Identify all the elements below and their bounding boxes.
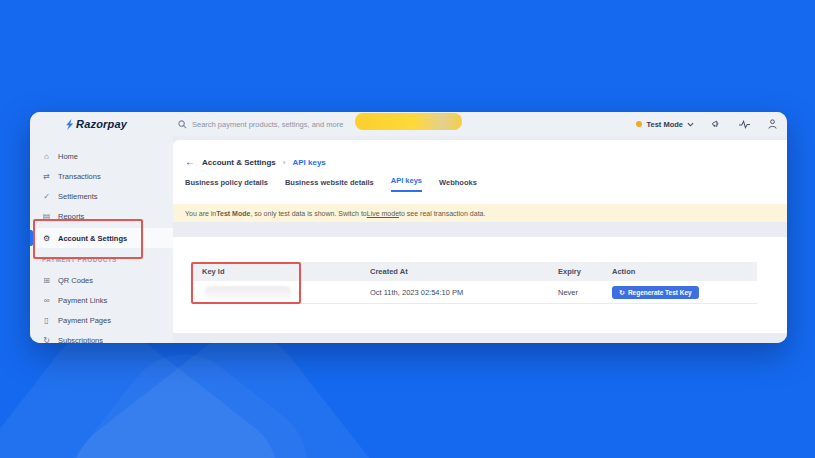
key-id-cell [192,286,360,299]
subscriptions-icon: ↻ [42,336,51,344]
sidebar-nav: ⌂ Home ⇄ Transactions ✓ Settlements ▤ Re… [30,136,173,343]
tab-business-website-details[interactable]: Business website details [285,178,374,192]
sidebar-item-label: Reports [58,212,84,221]
breadcrumb-parent[interactable]: Account & Settings [202,158,276,167]
settlements-icon: ✓ [42,192,51,201]
activity-button[interactable] [738,118,750,130]
test-mode-indicator-dot [636,121,642,127]
sidebar-item-payment-links[interactable]: ∞ Payment Links [30,290,173,310]
table-row: Oct 11th, 2023 02:54:10 PM Never ↻ Regen… [192,281,757,304]
sidebar-section-payment-products: PAYMENT PRODUCTS [30,248,173,270]
tab-api-keys[interactable]: API keys [391,176,422,192]
announcements-button[interactable] [710,118,722,130]
gear-icon: ⚙ [42,234,51,243]
banner-text: You are in [185,210,216,217]
sidebar-item-label: Transactions [58,172,101,181]
pulse-icon [739,120,750,129]
link-icon: ∞ [42,296,51,305]
refresh-icon: ↻ [619,289,625,296]
column-header-expiry: Expiry [548,267,602,276]
table-header-row: Key Id Created At Expiry Action [192,262,757,281]
redacted-key-id [204,286,292,299]
home-icon: ⌂ [42,152,51,161]
expiry-cell: Never [548,288,602,297]
sidebar-item-label: Payment Links [58,296,107,305]
sidebar-item-payment-pages[interactable]: ▯ Payment Pages [30,310,173,330]
sidebar-item-label: Subscriptions [58,336,103,344]
column-header-key-id: Key Id [192,267,360,276]
sidebar-item-label: QR Codes [58,276,93,285]
sidebar-item-label: Settlements [58,192,98,201]
banner-text: , so only test data is shown. Switch to [250,210,366,217]
search-icon [178,120,187,129]
test-mode-banner: You are in Test Mode, so only test data … [173,204,787,222]
search-placeholder-text: Search payment products, settings, and m… [192,120,343,129]
sidebar-item-qr-codes[interactable]: ⊞ QR Codes [30,270,173,290]
regenerate-button-label: Regenerate Test Key [628,289,692,296]
razorpay-logo-text: Razorpay [76,118,127,130]
live-mode-link[interactable]: Live mode [367,210,399,217]
tab-webhooks[interactable]: Webhooks [439,178,477,192]
regenerate-test-key-button[interactable]: ↻ Regenerate Test Key [612,286,699,299]
api-keys-card: Key Id Created At Expiry Action Oct 11th… [173,237,787,333]
top-header-bar: Razorpay Search payment products, settin… [30,112,787,136]
sidebar-item-reports[interactable]: ▤ Reports [30,206,173,226]
sidebar-item-subscriptions[interactable]: ↻ Subscriptions [30,330,173,343]
main-content: ← Account & Settings › API keys Business… [173,136,787,343]
razorpay-logo[interactable]: Razorpay [65,116,127,132]
topbar-right-cluster: Test Mode [636,112,778,136]
sidebar-item-home[interactable]: ⌂ Home [30,146,173,166]
dashboard-window: Razorpay Search payment products, settin… [30,112,787,343]
page-icon: ▯ [42,316,51,325]
test-mode-toggle[interactable]: Test Mode [636,120,694,129]
chevron-down-icon [687,122,694,127]
created-at-cell: Oct 11th, 2023 02:54:10 PM [360,288,548,297]
sidebar-item-label: Payment Pages [58,316,111,325]
settings-tabs: Business policy details Business website… [173,176,787,192]
sidebar-item-label: Home [58,152,78,161]
breadcrumb: ← Account & Settings › API keys [173,140,787,170]
sidebar-item-transactions[interactable]: ⇄ Transactions [30,166,173,186]
redacted-highlight-blob [355,113,462,130]
transactions-icon: ⇄ [42,172,51,181]
test-mode-label: Test Mode [646,120,683,129]
megaphone-icon [711,119,721,129]
search-input[interactable]: Search payment products, settings, and m… [178,112,343,136]
sidebar-section-label: PAYMENT PRODUCTS [42,256,117,263]
tab-business-policy-details[interactable]: Business policy details [185,178,268,192]
column-header-action: Action [602,267,757,276]
razorpay-logo-icon [65,119,74,130]
sidebar-item-account-settings[interactable]: ⚙ Account & Settings [30,228,173,248]
account-button[interactable] [766,118,778,130]
person-icon [768,119,777,129]
reports-icon: ▤ [42,212,51,221]
banner-test-mode-text: Test Mode [216,210,250,217]
column-header-created-at: Created At [360,267,548,276]
back-arrow-icon[interactable]: ← [185,157,195,167]
breadcrumb-separator: › [283,158,286,167]
action-cell: ↻ Regenerate Test Key [602,286,757,299]
banner-text: to see real transaction data. [399,210,485,217]
qr-code-icon: ⊞ [42,276,51,285]
settings-header-card: ← Account & Settings › API keys Business… [173,140,787,204]
sidebar-item-settlements[interactable]: ✓ Settlements [30,186,173,206]
breadcrumb-current: API keys [292,158,325,167]
sidebar-item-label: Account & Settings [58,234,127,243]
api-keys-table: Key Id Created At Expiry Action Oct 11th… [192,262,757,304]
